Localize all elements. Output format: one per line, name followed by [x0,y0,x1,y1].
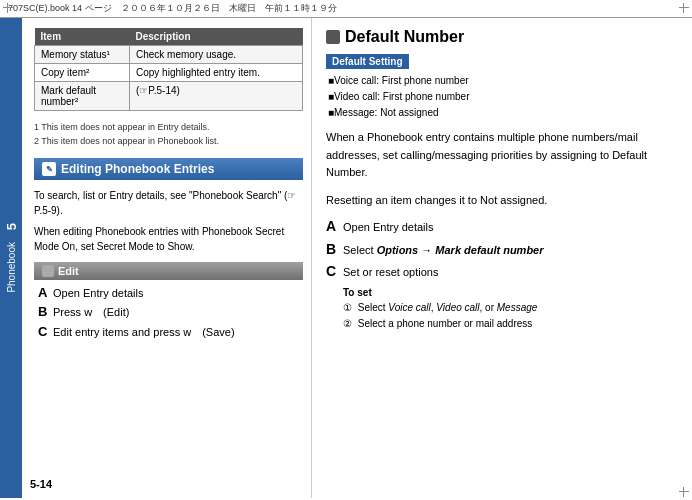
to-set-label: To set [343,287,682,298]
step-num-A: A [38,286,50,300]
default-setting-label: Default Setting [326,54,409,69]
step-text-A: Open Entry details [53,286,144,301]
right-title-text: Default Number [345,28,464,46]
right-step-num-C: C [326,264,340,278]
sub-steps-list: Select Voice call, Video call, or Messag… [343,300,682,332]
table-cell-item-2: Mark default number² [35,82,130,111]
table-row: Copy item² Copy highlighted entry item. [35,64,303,82]
edit-sub-icon [42,265,54,277]
corner-tr [678,2,690,14]
table-cell-item-1: Copy item² [35,64,130,82]
table-row: Mark default number² (☞P.5-14) [35,82,303,111]
step-num-C: C [38,325,50,339]
corner-tl [2,2,14,14]
right-title-icon [326,30,340,44]
footnote-2: 2 This item does not appear in Phonebook… [34,135,303,149]
right-panel: Default Number Default Setting ■Voice ca… [312,18,692,498]
edit-step-3: C Edit entry items and press w (Save) [38,325,303,340]
table-cell-desc-1: Copy highlighted entry item. [130,64,303,82]
sub-step-2-text: Select a phone number or mail address [358,318,533,329]
page-number: 5-14 [30,478,52,490]
footnote-1: 1 This item does not appear in Entry det… [34,121,303,135]
table-header-desc: Description [130,28,303,46]
section-title: Editing Phonebook Entries [61,162,214,176]
default-bullet-2-text: ■Message: Not assigned [328,107,439,118]
right-desc1: When a Phonebook entry contains multiple… [326,129,682,182]
step-text-B: Press w (Edit) [53,305,129,320]
table-cell-item-0: Memory status¹ [35,46,130,64]
step-text-C: Edit entry items and press w (Save) [53,325,235,340]
sub-step-2: Select a phone number or mail address [343,316,682,332]
edit-step-2: B Press w (Edit) [38,305,303,320]
right-step-1: A Open Entry details [326,219,682,236]
right-steps-list: A Open Entry details B Select Options → … [326,219,682,281]
left-panel: Item Description Memory status¹ Check me… [22,18,312,498]
section-para1: To search, list or Entry details, see "P… [34,188,303,218]
table-cell-desc-2: (☞P.5-14) [130,82,303,111]
right-step-3: C Set or reset options [326,264,682,281]
edit-steps-list: A Open Entry details B Press w (Edit) C … [34,286,303,340]
default-bullet-2: ■Message: Not assigned [328,105,682,121]
top-bar: 707SC(E).book 14 ページ ２００６年１０月２６日 木曜日 午前１… [0,0,692,18]
edit-step-1: A Open Entry details [38,286,303,301]
footnotes: 1 This item does not appear in Entry det… [34,121,303,148]
right-step-text-B: Select Options → Mark default number [343,242,544,259]
right-step-2: B Select Options → Mark default number [326,242,682,259]
editing-section-header: ✎ Editing Phonebook Entries [34,158,303,180]
right-step-text-A: Open Entry details [343,219,434,236]
right-desc2: Resetting an item changes it to Not assi… [326,192,682,210]
table-row: Memory status¹ Check memory usage. [35,46,303,64]
edit-icon: ✎ [42,162,56,176]
default-bullet-1: ■Video call: First phone number [328,89,682,105]
info-table: Item Description Memory status¹ Check me… [34,28,303,111]
default-setting-text: ■Voice call: First phone number ■Video c… [326,73,682,121]
topbar-text: 707SC(E).book 14 ページ ２００６年１０月２６日 木曜日 午前１… [8,2,337,15]
sub-step-1: Select Voice call, Video call, or Messag… [343,300,682,316]
right-title: Default Number [326,28,682,46]
right-step-text-C: Set or reset options [343,264,438,281]
edit-sub-section-header: Edit [34,262,303,280]
sidetab-num: 5 [4,217,19,236]
default-bullet-0: ■Voice call: First phone number [328,73,682,89]
sub-section-title: Edit [58,265,79,277]
step-num-B: B [38,305,50,319]
section-para2: When editing Phonebook entries with Phon… [34,224,303,254]
default-setting-block: Default Setting ■Voice call: First phone… [326,54,682,121]
table-cell-desc-0: Check memory usage. [130,46,303,64]
right-step-num-B: B [326,242,340,256]
right-step-num-A: A [326,219,340,233]
table-header-item: Item [35,28,130,46]
sidetab-text: Phonebook [6,236,17,299]
